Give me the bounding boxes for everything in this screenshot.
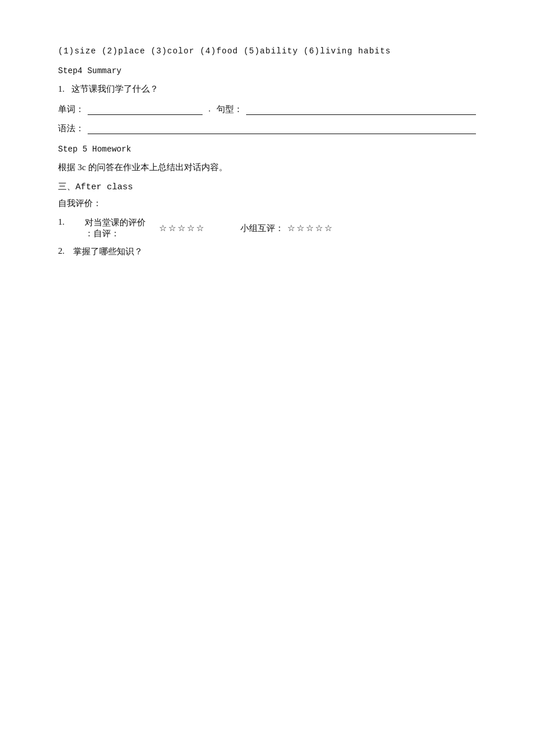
homework-text: 根据 3c 的问答在作业本上总结出对话内容。 (58, 162, 476, 173)
grammar-row: 语法： (58, 123, 476, 134)
step5-heading: Step 5 Homework (58, 145, 476, 154)
sentence-label: 句型： (217, 104, 243, 115)
question-1-number: 1. (58, 84, 64, 93)
self-eval-stars: ☆☆☆☆☆ (159, 223, 205, 233)
question-1-text: 这节课我们学了什么？ (71, 84, 158, 93)
step4-heading: Step4 Summary (58, 66, 476, 75)
self-eval-text: 对当堂课的评价 ：自评： (85, 217, 156, 239)
vocabulary-list: (1)size (2)place (3)color (4)food (5)abi… (58, 46, 476, 56)
grammar-fill-line (88, 124, 476, 134)
eval-item-1: 1. 对当堂课的评价 ：自评： ☆☆☆☆☆ 小组互评： ☆☆☆☆☆ (58, 217, 476, 239)
dot-separator: . (206, 104, 213, 114)
eval-item-2: 2. 掌握了哪些知识？ (58, 246, 476, 257)
after-class-heading: 三、After class (58, 181, 476, 192)
eval-2-text: 掌握了哪些知识？ (73, 246, 143, 257)
eval-1-number: 1. (58, 217, 68, 239)
group-eval-text: 小组互评： (240, 223, 284, 234)
group-eval-item: 小组互评： ☆☆☆☆☆ (240, 223, 361, 234)
word-fill-line (88, 105, 203, 115)
word-label: 单词： (58, 104, 84, 115)
group-eval-stars: ☆☆☆☆☆ (287, 223, 334, 233)
self-eval-item: 对当堂课的评价 ：自评： ☆☆☆☆☆ (85, 217, 205, 239)
word-sentence-row: 单词： . 句型： (58, 104, 476, 115)
sentence-fill-line (246, 105, 476, 115)
question-1: 1. 这节课我们学了什么？ (58, 84, 476, 95)
self-eval-label: 自我评价： (58, 198, 476, 209)
grammar-label: 语法： (58, 123, 84, 134)
eval-2-number: 2. (58, 246, 68, 257)
eval-1-group: 对当堂课的评价 ：自评： ☆☆☆☆☆ 小组互评： ☆☆☆☆☆ (85, 217, 361, 239)
